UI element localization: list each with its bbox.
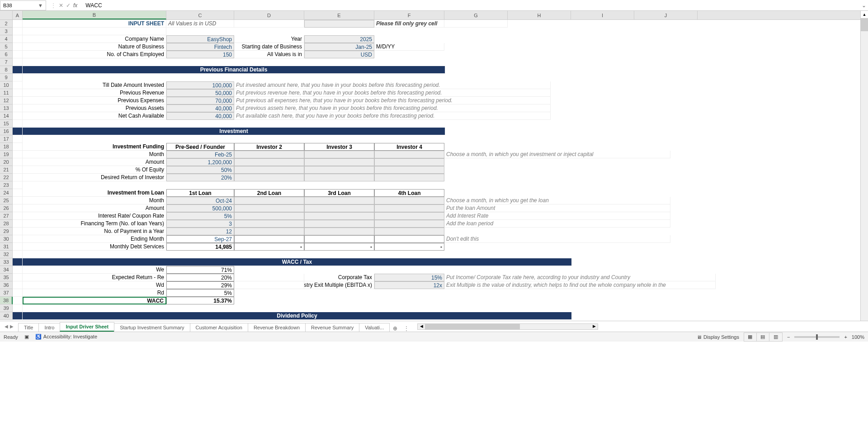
cell-D27[interactable] xyxy=(234,212,304,220)
cell-A26[interactable] xyxy=(13,204,23,212)
row-header-11[interactable]: 11 xyxy=(0,89,13,97)
cell-C28[interactable]: 3 xyxy=(166,220,234,228)
fx-icon[interactable]: fx xyxy=(73,2,77,9)
row-header-8[interactable]: 8 xyxy=(0,66,13,74)
cell-D20[interactable] xyxy=(234,158,304,166)
cell-E18[interactable]: Investor 3 xyxy=(304,143,374,151)
cell-A8[interactable] xyxy=(13,66,23,74)
confirm-icon[interactable]: ✓ xyxy=(66,2,71,9)
cell-B14[interactable]: Net Cash Available xyxy=(23,112,166,120)
cell-F21[interactable] xyxy=(374,166,444,174)
row-header-26[interactable]: 26 xyxy=(0,204,13,212)
cell-D19[interactable] xyxy=(234,151,304,158)
cell-A39[interactable] xyxy=(13,304,23,312)
cell-A27[interactable] xyxy=(13,212,23,220)
col-header-E[interactable]: E xyxy=(304,11,374,19)
cell-B31[interactable]: Monthly Debt Services xyxy=(23,243,166,251)
view-normal-icon[interactable]: ▦ xyxy=(744,333,757,341)
cell-E5[interactable]: Jan-25 xyxy=(304,43,374,51)
cell-B36[interactable]: Wd xyxy=(23,281,166,289)
cell-E36[interactable]: Industry Exit Multiple (EBITDA x) xyxy=(304,281,374,289)
cell-F30[interactable] xyxy=(374,235,444,243)
scroll-left-icon[interactable]: ◀ xyxy=(418,324,425,328)
cell-A28[interactable] xyxy=(13,220,23,228)
cell-B37[interactable]: Rd xyxy=(23,289,166,297)
row-header-34[interactable]: 34 xyxy=(0,266,13,274)
cell-A13[interactable] xyxy=(13,104,23,112)
cell-A36[interactable] xyxy=(13,281,23,289)
cell-G26[interactable]: Put the loan Amount xyxy=(444,204,670,212)
col-header-J[interactable]: J xyxy=(634,11,698,19)
cell-F22[interactable] xyxy=(374,174,444,181)
cell-D12[interactable]: Put previous all expenses here, that you… xyxy=(234,97,551,104)
row-header-2[interactable]: 2 xyxy=(0,20,13,28)
cell-A9[interactable] xyxy=(13,74,23,81)
cell-B28[interactable]: Financing Term (No. of loan Years) xyxy=(23,220,166,228)
cell-D11[interactable]: Put previous revenue here, that you have… xyxy=(234,89,551,97)
cell-F31[interactable]: - xyxy=(374,243,444,251)
name-box-dropdown-icon[interactable]: ▼ xyxy=(38,3,43,8)
cell-A2[interactable] xyxy=(13,20,23,28)
cell-G27[interactable]: Add Interest Rate xyxy=(444,212,670,220)
cell-F27[interactable] xyxy=(374,212,444,220)
cell-A23[interactable] xyxy=(13,181,23,189)
cell-C19[interactable]: Feb-25 xyxy=(166,151,234,158)
horizontal-scroll-thumb[interactable] xyxy=(425,324,520,329)
col-header-I[interactable]: I xyxy=(571,11,634,19)
cell-D28[interactable] xyxy=(234,220,304,228)
cell-E31[interactable]: - xyxy=(304,243,374,251)
cell-B2[interactable]: INPUT SHEET xyxy=(23,20,166,28)
cell-A25[interactable] xyxy=(13,197,23,204)
cell-A32[interactable] xyxy=(13,251,23,258)
zoom-in-icon[interactable]: + xyxy=(844,334,847,340)
display-settings[interactable]: 🖥Display Settings xyxy=(697,334,739,340)
cell-A11[interactable] xyxy=(13,89,23,97)
vertical-scroll-thumb[interactable] xyxy=(861,19,868,31)
row-header-6[interactable]: 6 xyxy=(0,51,13,58)
cell-A38[interactable] xyxy=(13,297,23,304)
scroll-right-icon[interactable]: ▶ xyxy=(590,324,598,328)
cell-A33[interactable] xyxy=(13,258,23,266)
cell-B4[interactable]: Company Name xyxy=(23,35,166,43)
cell-B6[interactable]: No. of Chairs Employed xyxy=(23,51,166,58)
cell-C14[interactable]: 40,000 xyxy=(166,112,234,120)
cell-A29[interactable] xyxy=(13,228,23,235)
row-header-20[interactable]: 20 xyxy=(0,158,13,166)
cell-D31[interactable]: - xyxy=(234,243,304,251)
row-header-37[interactable]: 37 xyxy=(0,289,13,297)
cell-C37[interactable]: 5% xyxy=(166,289,234,297)
cell-D10[interactable]: Put invested amount here, that you have … xyxy=(234,81,551,89)
cell-C35[interactable]: 20% xyxy=(166,274,234,281)
cell-A31[interactable] xyxy=(13,243,23,251)
select-all-corner[interactable] xyxy=(0,11,13,19)
row-header-35[interactable]: 35 xyxy=(0,274,13,281)
cell-C2[interactable]: All Values is in USD xyxy=(166,20,234,28)
cell-E27[interactable] xyxy=(304,212,374,220)
row-header-21[interactable]: 21 xyxy=(0,166,13,174)
cell-D21[interactable] xyxy=(234,166,304,174)
row-header-17[interactable]: 17 xyxy=(0,135,13,143)
cell-C10[interactable]: 100,000 xyxy=(166,81,234,89)
tab-input-driver-sheet[interactable]: Input Driver Sheet xyxy=(60,322,114,332)
tab-title[interactable]: Title xyxy=(18,323,39,332)
cell-B8[interactable]: Previous Financial Details xyxy=(23,66,445,74)
row-header-39[interactable]: 39 xyxy=(0,304,13,312)
cell-D30[interactable] xyxy=(234,235,304,243)
cell-E25[interactable] xyxy=(304,197,374,204)
add-sheet-icon[interactable]: ⊕ xyxy=(389,325,401,332)
cell-E6[interactable]: USD xyxy=(304,51,374,58)
cell-A18[interactable] xyxy=(13,143,23,151)
row-header-40[interactable]: 40 xyxy=(0,312,13,320)
cell-C25[interactable]: Oct-24 xyxy=(166,197,234,204)
cell-B18[interactable]: Investment Funding xyxy=(23,143,166,151)
zoom-out-icon[interactable]: − xyxy=(787,334,790,340)
cell-A24[interactable] xyxy=(13,189,23,197)
cell-F18[interactable]: Investor 4 xyxy=(374,143,444,151)
row-header-23[interactable]: 23 xyxy=(0,181,13,189)
row-header-31[interactable]: 31 xyxy=(0,243,13,251)
cell-A40[interactable] xyxy=(13,312,23,320)
cell-E28[interactable] xyxy=(304,220,374,228)
cell-E19[interactable] xyxy=(304,151,374,158)
cell-B5[interactable]: Nature of Business xyxy=(23,43,166,51)
cell-F28[interactable] xyxy=(374,220,444,228)
